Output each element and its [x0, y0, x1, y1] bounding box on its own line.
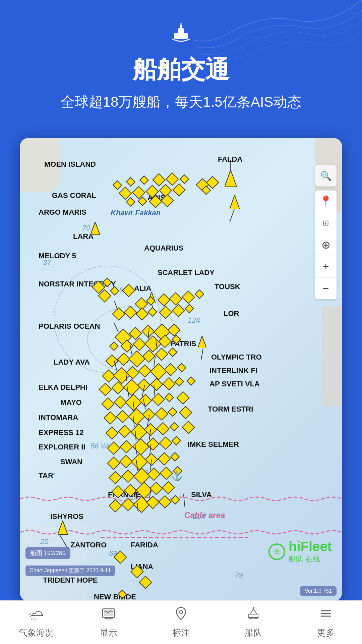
crosshair-button[interactable]: ⊕ — [315, 234, 337, 256]
svg-rect-0 — [174, 33, 188, 39]
svg-rect-1 — [178, 28, 184, 34]
cable-line-top — [20, 494, 342, 504]
svg-rect-2 — [180, 25, 182, 29]
depth-154: 154 — [193, 512, 205, 521]
marker-icon — [174, 606, 188, 624]
hifleet-icon: ⊕ — [268, 543, 285, 560]
weather-nav-label: 气象海况 — [19, 627, 54, 639]
ship-label-newbride: NEW BRIDE — [94, 593, 136, 601]
ship-label-olympic: OLYMPIC TRO — [211, 353, 262, 362]
svg-line-13 — [34, 618, 34, 620]
svg-line-12 — [32, 618, 32, 620]
bottom-navigation: 气象海况 显示 标注 — [0, 600, 362, 644]
nav-weather[interactable]: 气象海况 — [0, 606, 72, 639]
ship-label-aquarius: AQUARIUS — [144, 244, 183, 253]
ship-label-lor: LOR — [224, 309, 239, 318]
chart-date-badge: Chart Jeppesen 更新于 2020-9-11 — [25, 566, 115, 576]
svg-rect-21 — [249, 614, 258, 618]
ship-label-torm: TORM ESTRI — [208, 405, 253, 414]
ship-label-farida: FARIDA — [131, 541, 158, 549]
display-icon — [101, 606, 116, 624]
ship-label-swan: SWAN — [60, 458, 82, 466]
nav-display[interactable]: 显示 — [72, 606, 145, 639]
ship-label-explorer: EXPLORER II — [39, 443, 85, 451]
ship-label-ishyros: ISHYROS — [50, 512, 83, 521]
ship-triangle-right3[interactable] — [198, 336, 206, 350]
more-icon — [318, 606, 333, 624]
map-controls: 🔍 📍 ⊞ ⊕ + − — [315, 165, 337, 299]
ship-count-badge: 船图 192/289 — [25, 547, 70, 559]
ship-label-scarlet: SCARLET LADY — [158, 268, 215, 277]
ship-label-trident: TRIDENT HOPE — [43, 576, 98, 585]
ship-triangle-left1[interactable] — [90, 222, 100, 236]
ship-label-ladyava: LADY AVA — [54, 358, 90, 367]
ship-label-interlink: INTERLINK FI — [209, 366, 257, 375]
ship-label-gas: GAS CORAL — [52, 191, 96, 200]
depth-79: 79 — [235, 571, 243, 580]
map-container[interactable]: MOEN ISLAND GAS CORAL ARGO MARIS LARA AR… — [20, 138, 342, 601]
zoom-out-button[interactable]: − — [315, 278, 337, 299]
version-badge: Ver.1.0.751 — [300, 586, 337, 596]
ship-label-intomara: INTOMARA — [39, 413, 78, 422]
depth-17: 17 — [46, 471, 54, 480]
svg-marker-9 — [198, 336, 206, 348]
ship-triangle-right1[interactable] — [225, 170, 237, 188]
header-subtitle: 全球超18万艘船，每天1.5亿条AIS动态 — [13, 93, 349, 121]
search-button[interactable]: 🔍 — [315, 165, 337, 186]
ship-label-zantoro: ZANTORO — [70, 541, 107, 549]
nav-more[interactable]: 更多 — [290, 606, 362, 639]
ship-label-apsveti: AP SVETI VLA — [209, 380, 260, 388]
svg-marker-5 — [225, 170, 237, 187]
ship-label-mayo: MAYO — [60, 398, 82, 407]
zoom-in-button[interactable]: + — [315, 256, 337, 277]
svg-marker-10 — [58, 521, 68, 535]
fleet-icon — [246, 606, 261, 624]
display-nav-label: 显示 — [100, 627, 117, 639]
anchor-icon: ⚓ — [171, 470, 183, 481]
svg-marker-6 — [230, 195, 240, 209]
svg-point-20 — [179, 610, 183, 614]
nav-marker[interactable]: 标注 — [145, 606, 217, 639]
location-button[interactable]: 📍 — [315, 191, 337, 212]
hifleet-logo: ⊕ hiFleet 船队 在线 — [268, 539, 332, 564]
layers-button[interactable]: ⊞ — [315, 212, 337, 234]
ship-label-silva: SILVA — [191, 490, 212, 499]
ship-label-express: EXPRESS 12 — [39, 428, 84, 437]
more-nav-label: 更多 — [317, 627, 335, 639]
depth-20: 20 — [40, 537, 48, 546]
ship-label-argo: ARGO MARIS — [39, 208, 86, 217]
svg-marker-7 — [90, 222, 100, 235]
hifleet-text-label: hiFleet — [289, 539, 332, 554]
ship-label-tousk: TOUSK — [215, 282, 240, 291]
hifleet-sub-label: 船队 在线 — [289, 554, 332, 564]
land-patch-3 — [322, 306, 342, 407]
ship-triangle-right2[interactable] — [230, 195, 240, 211]
ship-label-elka: ELKA DELPHI — [39, 383, 87, 392]
weather-icon — [29, 606, 44, 624]
ship-icon — [168, 20, 194, 47]
ship-label-imke: IMKE SELMER — [188, 440, 239, 449]
depth-124: 124 — [188, 316, 200, 325]
svg-line-14 — [36, 618, 36, 620]
place-label-fakkan: Khawr Fakkan — [111, 209, 161, 217]
header: 船舶交通 全球超18万艘船，每天1.5亿条AIS动态 — [0, 0, 362, 131]
fleet-nav-label: 船队 — [245, 627, 262, 639]
nav-fleet[interactable]: 船队 — [217, 606, 290, 639]
depth-70: 70 — [82, 224, 90, 232]
map-tool-group: 📍 ⊞ ⊕ + − — [315, 191, 337, 299]
marker-nav-label: 标注 — [172, 627, 190, 639]
ship-label-moen: MOEN ISLAND — [44, 160, 96, 169]
ship-label-polaris: POLARIS OCEAN — [39, 322, 100, 331]
depth-37: 37 — [43, 258, 51, 267]
cable-line-dashed — [101, 534, 248, 541]
ship-triangle-ishyros[interactable] — [58, 521, 68, 536]
